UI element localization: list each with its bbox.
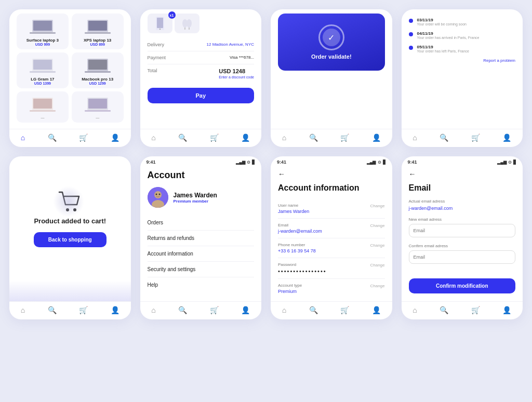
product-card[interactable]: XPS laptop 13 USD 899 xyxy=(72,14,124,49)
track-desc: Your order has arrived in Paris, France xyxy=(417,36,480,39)
nav-cart-icon[interactable]: 🛒 xyxy=(79,306,88,314)
confirm-modification-button[interactable]: Confirm modification xyxy=(409,278,516,293)
nav-search-icon[interactable]: 🔍 xyxy=(48,133,57,142)
change-email-link[interactable]: Change xyxy=(370,223,384,228)
nav-home-icon[interactable]: ⌂ xyxy=(282,133,286,142)
nav-home-icon[interactable]: ⌂ xyxy=(413,133,417,142)
nav-cart-icon[interactable]: 🛒 xyxy=(210,306,219,314)
battery-icon: ▊ xyxy=(252,160,255,165)
svg-rect-1 xyxy=(33,21,52,31)
nav-cart-icon[interactable]: 🛒 xyxy=(471,133,480,142)
track-desc: Your order will be coming soon xyxy=(417,22,467,26)
status-icons: ▂▄▆ ⊙ ▊ xyxy=(367,160,386,165)
nav-home-icon[interactable]: ⌂ xyxy=(413,306,417,314)
checkout-screen: x1 Delivery 12 Madison Avenue, NYC Payme… xyxy=(140,9,262,147)
nav-home-icon[interactable]: ⌂ xyxy=(151,306,155,314)
nav-profile-icon[interactable]: 👤 xyxy=(241,133,250,142)
nav-cart-icon[interactable]: 🛒 xyxy=(210,133,219,142)
nav-cart-icon[interactable]: 🛒 xyxy=(79,133,88,142)
checkout-delivery-row: Delivery 12 Madison Avenue, NYC xyxy=(148,38,255,51)
product-price: USD 1299 xyxy=(75,82,121,85)
product-card[interactable]: — xyxy=(17,91,69,123)
password-label: Password xyxy=(278,262,296,267)
pay-button[interactable]: Pay xyxy=(148,88,255,103)
product-card[interactable]: — xyxy=(72,91,124,123)
battery-icon: ▊ xyxy=(383,160,386,165)
nav-search-icon[interactable]: 🔍 xyxy=(178,133,187,142)
avatar xyxy=(148,187,168,208)
svg-rect-16 xyxy=(88,99,107,109)
account-type-value: Premium xyxy=(278,289,385,294)
nav-home-icon[interactable]: ⌂ xyxy=(21,133,25,142)
nav-home-icon[interactable]: ⌂ xyxy=(151,133,155,142)
email-title: Email xyxy=(409,183,516,193)
bottom-nav: ⌂ 🔍 🛒 👤 xyxy=(271,129,392,147)
menu-item-orders[interactable]: Orders xyxy=(148,215,255,231)
nav-search-icon[interactable]: 🔍 xyxy=(48,306,57,314)
product-card[interactable]: LG Gram 17 USD 1399 xyxy=(17,52,69,88)
report-problem-link[interactable]: Report a problem xyxy=(409,58,516,63)
product-card[interactable]: Surface laptop 3 USD 999 xyxy=(17,14,69,49)
product-name: Macbook pro 13 xyxy=(75,77,121,82)
actual-email-label: Actual email adress xyxy=(409,199,516,204)
bottom-nav: ⌂ 🔍 🛒 👤 xyxy=(9,129,131,147)
svg-rect-7 xyxy=(33,60,52,70)
nav-profile-icon[interactable]: 👤 xyxy=(372,133,381,142)
product-card[interactable]: Macbook pro 13 USD 1299 xyxy=(72,52,124,88)
menu-item-account-info[interactable]: Account information xyxy=(148,246,255,262)
nav-cart-icon[interactable]: 🛒 xyxy=(340,306,349,314)
product-name: Surface laptop 3 xyxy=(20,38,65,43)
svg-rect-19 xyxy=(157,18,163,28)
wifi-icon: ⊙ xyxy=(378,160,381,165)
back-arrow-icon[interactable]: ← xyxy=(409,170,516,178)
account-info-title: Account information xyxy=(278,183,385,193)
nav-profile-icon[interactable]: 👤 xyxy=(111,133,119,142)
bottom-nav: ⌂ 🔍 🛒 👤 xyxy=(402,129,523,147)
total-label: Total xyxy=(148,68,157,79)
menu-item-help[interactable]: Help xyxy=(148,277,255,292)
svg-rect-4 xyxy=(88,21,107,31)
checkout-items-row: x1 xyxy=(148,14,255,33)
product-name: — xyxy=(75,116,121,119)
svg-point-20 xyxy=(159,29,160,30)
nav-profile-icon[interactable]: 👤 xyxy=(502,133,511,142)
phone-value: +33 6 16 39 54 78 xyxy=(278,248,385,253)
track-date: 04/11/19 xyxy=(417,31,480,36)
checkout-total-row: Total USD 1248 Enter a discount code xyxy=(148,64,255,83)
order-validate-screen: ✓ Order validate! ⌂ 🔍 🛒 👤 xyxy=(271,9,392,147)
nav-profile-icon[interactable]: 👤 xyxy=(372,306,381,314)
change-username-link[interactable]: Change xyxy=(370,204,384,208)
nav-profile-icon[interactable]: 👤 xyxy=(502,306,511,314)
actual-email-value: j-warden@email.com xyxy=(409,206,516,211)
nav-home-icon[interactable]: ⌂ xyxy=(21,306,25,314)
status-time: 9:41 xyxy=(408,159,417,165)
nav-search-icon[interactable]: 🔍 xyxy=(309,133,318,142)
nav-cart-icon[interactable]: 🛒 xyxy=(340,133,349,142)
info-row-account-type: Account type Change Premium xyxy=(278,279,385,298)
nav-home-icon[interactable]: ⌂ xyxy=(282,306,286,314)
username-value: James Warden xyxy=(278,209,385,214)
back-arrow-icon[interactable]: ← xyxy=(278,170,385,178)
change-account-type-link[interactable]: Change xyxy=(370,284,384,288)
new-email-input[interactable] xyxy=(409,224,516,237)
track-entry: 03/11/19 Your order will be coming soon xyxy=(409,18,516,26)
email-label: Email xyxy=(278,223,288,227)
nav-search-icon[interactable]: 🔍 xyxy=(178,306,187,314)
change-phone-link[interactable]: Change xyxy=(370,243,384,248)
confirm-email-input[interactable] xyxy=(409,250,516,264)
nav-search-icon[interactable]: 🔍 xyxy=(309,306,318,314)
nav-cart-icon[interactable]: 🛒 xyxy=(471,306,480,314)
svg-rect-2 xyxy=(30,32,56,34)
menu-item-returns[interactable]: Returns and refunds xyxy=(148,231,255,246)
nav-search-icon[interactable]: 🔍 xyxy=(440,306,448,314)
back-shopping-button[interactable]: Back to shopping xyxy=(34,232,107,247)
account-user-name: James Warden xyxy=(174,192,217,199)
product-price: USD 999 xyxy=(20,43,65,46)
info-row-email: Email Change j-warden@email.com xyxy=(278,219,385,238)
account-screen: 9:41 ▂▄▆ ⊙ ▊ Account xyxy=(140,156,262,319)
change-password-link[interactable]: Change xyxy=(370,263,384,267)
nav-profile-icon[interactable]: 👤 xyxy=(241,306,250,314)
nav-profile-icon[interactable]: 👤 xyxy=(111,306,119,314)
menu-item-security[interactable]: Security and settings xyxy=(148,262,255,277)
nav-search-icon[interactable]: 🔍 xyxy=(440,133,448,142)
